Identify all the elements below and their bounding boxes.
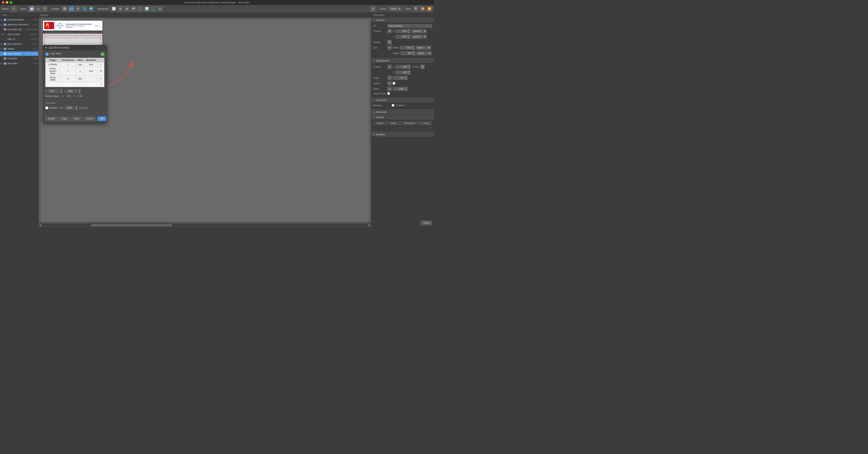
angle-icon[interactable]: ⊷ — [387, 76, 392, 80]
images-svg-button[interactable]: SVG — [68, 6, 74, 12]
ok-button[interactable]: OK — [97, 116, 106, 121]
paste-button[interactable]: Paste — [71, 116, 82, 121]
enabled-checkbox[interactable] — [45, 107, 48, 109]
select-arrow-button[interactable]: ↖ — [11, 6, 17, 12]
time-up-button[interactable]: ▲ — [75, 106, 77, 108]
y-input[interactable] — [67, 89, 78, 93]
scrollbar-track[interactable] — [42, 224, 368, 226]
masking-checkbox[interactable] — [392, 104, 394, 107]
tools-color-button[interactable]: 🎨 — [420, 6, 426, 12]
y-pos-unit[interactable]: percent pixels — [411, 35, 427, 39]
add-condition-button[interactable]: + — [101, 53, 104, 56]
x-up-button[interactable]: ▲ — [60, 89, 62, 91]
width-unit[interactable]: pixels percent — [415, 46, 431, 50]
dialog-close-button[interactable]: × — [101, 46, 105, 49]
x-input[interactable] — [48, 89, 59, 93]
basic-text-button[interactable]: T — [42, 6, 48, 12]
width-input[interactable] — [400, 46, 412, 50]
tools-search-button[interactable]: 🔍 — [413, 6, 419, 12]
value-cell[interactable]: true — [76, 62, 84, 67]
scale-x-down[interactable]: ▼ — [408, 67, 410, 69]
scale-y-down[interactable]: ▼ — [408, 72, 410, 75]
trigger-cell[interactable]: Player Width — [45, 76, 60, 82]
scale-y-stepper[interactable]: ▲ ▼ — [396, 70, 410, 75]
visible-checkbox[interactable] — [393, 82, 395, 85]
visible-icon[interactable]: ⊷ — [387, 81, 392, 86]
x-down-button[interactable]: ▼ — [60, 91, 62, 93]
anchor-grid-button[interactable] — [387, 40, 392, 44]
height-down[interactable]: ▼ — [413, 53, 415, 55]
y-down-button[interactable]: ▼ — [79, 91, 81, 93]
height-unit[interactable]: pixels percent — [416, 51, 432, 55]
tree-item[interactable]: ▶ node-information ↑0,12 — [0, 18, 38, 22]
delete-button[interactable]: Delete — [45, 116, 58, 121]
delete-row-button[interactable]: ✕ — [99, 63, 102, 66]
alpha-icon[interactable]: ⊷ — [387, 87, 392, 91]
trigger-cell[interactable]: Is Mobile — [45, 62, 60, 67]
zoom-select[interactable]: 100% 75% 50% 150% 200% — [389, 7, 401, 11]
scale-x-input[interactable] — [396, 65, 408, 69]
advanced-circle-button[interactable]: ⊕ — [124, 6, 130, 12]
alpha-stepper[interactable]: ▲ ▼ — [393, 87, 408, 91]
scale-x-up[interactable]: ▲ — [408, 64, 410, 67]
undo-button[interactable]: ↺ — [370, 6, 376, 12]
angle-stepper[interactable]: ▲ ▼ — [393, 76, 408, 80]
advanced-screen-button[interactable]: ⬜ — [111, 6, 117, 12]
operation-cell[interactable]: And — [84, 62, 97, 67]
advanced-grid-button[interactable]: ▦ — [118, 6, 123, 12]
operation-cell[interactable]: And — [84, 67, 97, 76]
advanced-bar-button[interactable]: ▬ — [157, 6, 163, 12]
page-btn[interactable]: Ren... — [94, 24, 101, 27]
tree-item[interactable]: — hide_UI ↑29,134 — [0, 37, 38, 41]
tree-item[interactable]: ●●● menu_button ↑-36,127 — [0, 32, 38, 37]
position-anchor-icon[interactable]: ⊕ — [387, 29, 392, 33]
images-photo-button[interactable]: 🖼 — [62, 6, 68, 12]
x-pos-stepper[interactable]: ▲ ▼ — [396, 29, 410, 33]
cancel-button[interactable]: Cancel — [84, 116, 96, 121]
time-input[interactable] — [65, 106, 74, 110]
x-pos-down[interactable]: ▼ — [408, 31, 410, 33]
scale-y-input[interactable] — [396, 70, 408, 74]
advanced-video-button[interactable]: 📺 — [151, 6, 156, 12]
advanced-pin-button[interactable]: 📍 — [137, 6, 143, 12]
appearance-section-header[interactable]: ▼ Appearance — [371, 58, 434, 63]
hand-cursor-checkbox[interactable] — [387, 92, 390, 95]
delete-row-button[interactable]: ✕ — [99, 77, 102, 80]
trigger-cell[interactable]: Player Aspect Ratio — [45, 67, 60, 76]
scaling-icon[interactable]: ⊷ — [387, 64, 392, 69]
x-pos-input[interactable] — [396, 29, 408, 33]
scroll-left-button[interactable]: ◀ — [39, 224, 41, 226]
dialog-minimize-button[interactable]: − — [97, 46, 100, 49]
x-pos-unit[interactable]: percent pixels — [411, 29, 427, 33]
advanced-chart-button[interactable]: 📊 — [144, 6, 150, 12]
actions-section-header[interactable]: ▼ Actions — [371, 115, 434, 120]
alpha-up[interactable]: ▲ — [405, 87, 408, 89]
height-input[interactable] — [401, 51, 413, 55]
tree-item[interactable]: ▶ screentint ↓0,0 — [0, 56, 38, 61]
images-globe2-button[interactable]: 🌍 — [88, 6, 94, 12]
size-link-icon[interactable]: ⊷ — [387, 46, 392, 50]
modifiers-section-header[interactable]: ▶ Modifiers — [371, 132, 434, 137]
width-up[interactable]: ▲ — [412, 46, 414, 48]
value-cell[interactable]: 360 — [76, 76, 84, 82]
y-pos-input[interactable] — [396, 35, 408, 38]
tree-item[interactable]: ▶ header ↓-1,-1 — [0, 47, 38, 51]
alpha-input[interactable] — [393, 87, 405, 91]
alpha-down[interactable]: ▼ — [405, 89, 408, 91]
canvas-area[interactable]: Government of South Australia Department… — [38, 18, 371, 227]
scroll-right-button[interactable]: ▶ — [369, 224, 370, 226]
tools-stats-button[interactable]: 📶 — [427, 6, 432, 12]
value-cell[interactable]: 1 — [76, 67, 84, 76]
y-pos-stepper[interactable]: ▲ ▼ — [396, 34, 410, 39]
delete-row-button[interactable]: ✕ — [99, 69, 103, 73]
advanced-section-header[interactable]: ▶ Advanced — [371, 109, 434, 115]
height-stepper[interactable]: ▲ ▼ — [401, 51, 415, 55]
height-up[interactable]: ▲ — [413, 51, 415, 53]
time-down-button[interactable]: ▼ — [75, 108, 77, 110]
container-section-header[interactable]: ▼ Container — [371, 97, 434, 103]
center-grid-button[interactable] — [420, 64, 425, 69]
basic-folder-button[interactable]: 📁 — [29, 6, 35, 12]
y-pos-up[interactable]: ▲ — [408, 34, 410, 36]
angle-up[interactable]: ▲ — [405, 76, 408, 78]
angle-input[interactable] — [393, 76, 405, 80]
